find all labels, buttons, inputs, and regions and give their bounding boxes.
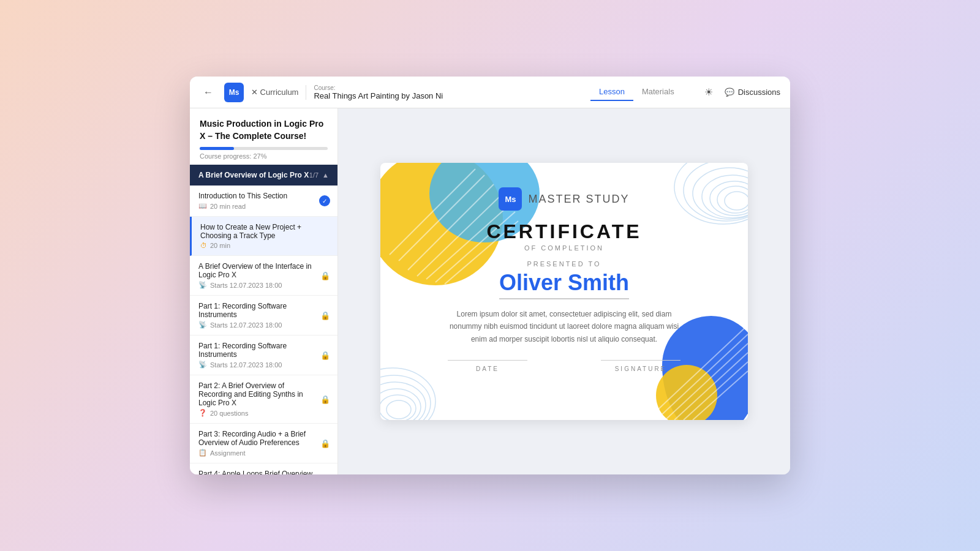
header-tabs: Lesson Materials xyxy=(590,83,683,101)
sidebar-title-area: Music Production in Logic Pro X – The Co… xyxy=(190,108,337,165)
lesson-lock: 🔒 xyxy=(320,270,330,281)
lesson-meta-text: 20 min xyxy=(210,242,230,249)
lesson-lock: 🔒 xyxy=(320,350,330,361)
brightness-button[interactable]: ☀ xyxy=(700,84,717,101)
app-window: ← Ms ✕ Curriculum Course: Real Things Ar… xyxy=(190,77,790,474)
lesson-meta: 📖 20 min read xyxy=(198,202,329,210)
cert-title: CERTIFICATE xyxy=(486,220,641,243)
lesson-meta-text: Assignment xyxy=(210,449,245,457)
svg-point-21 xyxy=(380,375,431,420)
content-area: Ms MASTER STUDY CERTIFICATE OF COMPLETIO… xyxy=(338,108,790,474)
discussions-button[interactable]: 💬 Discussions xyxy=(725,88,780,97)
lesson-item[interactable]: Part 1: Recording Software Instruments 📡… xyxy=(190,296,337,335)
cert-brand-light: STUDY xyxy=(586,193,630,205)
header-divider xyxy=(306,85,306,100)
cert-subtitle: OF COMPLETION xyxy=(524,244,604,252)
cert-date-line xyxy=(448,360,527,361)
lesson-meta-text: 20 min read xyxy=(210,203,246,210)
lesson-meta: 📋 Assignment xyxy=(198,449,329,457)
lesson-meta: 📡 Starts 12.07.2023 18:00 xyxy=(198,361,329,369)
progress-bar-container xyxy=(200,147,328,150)
lesson-item[interactable]: Part 3: Recording Audio + a Brief Overvi… xyxy=(190,424,337,463)
lesson-meta-text: Starts 12.07.2023 18:00 xyxy=(210,361,282,369)
lock-icon: 🔒 xyxy=(320,395,330,404)
cert-presented-label: PRESENTED TO xyxy=(527,260,601,268)
svg-point-24 xyxy=(380,395,416,420)
svg-point-23 xyxy=(380,389,421,420)
sidebar-lessons: Introduction to This Section 📖 20 min re… xyxy=(190,186,337,474)
lesson-title: Introduction to This Section xyxy=(198,192,329,200)
sidebar: Music Production in Logic Pro X – The Co… xyxy=(190,108,338,474)
lesson-meta-text: 20 questions xyxy=(210,410,248,417)
close-curriculum-button[interactable]: ✕ Curriculum xyxy=(251,88,298,97)
lesson-item[interactable]: Part 1: Recording Software Instruments 📡… xyxy=(190,335,337,375)
cert-signature-item: SIGNATURE xyxy=(601,360,680,372)
svg-point-22 xyxy=(380,382,426,420)
sidebar-section-meta: 1/7 ▲ xyxy=(309,171,329,179)
lesson-meta-icon: ❓ xyxy=(198,409,207,417)
lesson-item[interactable]: Part 4: Apple Loops Brief Overview – Add… xyxy=(190,463,337,474)
cert-date-item: DATE xyxy=(448,360,527,372)
lesson-meta: 📡 Starts 12.07.2023 18:00 xyxy=(198,281,329,289)
lock-icon: 🔒 xyxy=(320,311,330,320)
lesson-title: Part 3: Recording Audio + a Brief Overvi… xyxy=(198,430,329,447)
cert-date-label: DATE xyxy=(476,365,499,372)
lesson-title: A Brief Overview of the Interface in Log… xyxy=(198,262,329,279)
lesson-meta-icon: 📡 xyxy=(198,321,207,329)
cert-body-text: Lorem ipsum dolor sit amet, consectetuer… xyxy=(448,308,680,345)
lesson-meta: ❓ 20 questions xyxy=(198,409,329,417)
lesson-meta-text: Starts 12.07.2023 18:00 xyxy=(210,282,282,289)
lesson-meta-icon: 📋 xyxy=(198,449,207,457)
lesson-title: Part 2: A Brief Overview of Recording an… xyxy=(198,381,329,407)
cert-signature-label: SIGNATURE xyxy=(615,365,667,372)
lesson-check: ✓ xyxy=(319,195,330,206)
lock-icon: 🔒 xyxy=(320,439,330,448)
cert-logo-area: Ms MASTER STUDY xyxy=(499,187,629,211)
lesson-title: How to Create a New Project + Choosing a… xyxy=(200,223,329,240)
sidebar-course-title: Music Production in Logic Pro X – The Co… xyxy=(200,118,328,142)
sidebar-section-title: A Brief Overview of Logic Pro X xyxy=(198,171,309,179)
cert-footer: DATE SIGNATURE xyxy=(411,360,717,372)
lesson-meta: ⏱ 20 min xyxy=(200,242,329,249)
header-actions: ☀ 💬 Discussions xyxy=(700,84,780,101)
cert-logo: Ms xyxy=(499,187,522,211)
course-label: Course: xyxy=(314,84,443,91)
svg-point-25 xyxy=(386,400,411,419)
lesson-item[interactable]: Introduction to This Section 📖 20 min re… xyxy=(190,186,337,217)
lesson-title: Part 1: Recording Software Instruments xyxy=(198,342,329,359)
back-button[interactable]: ← xyxy=(200,84,217,101)
course-title-header: Real Things Art Painting by Jason Ni xyxy=(314,91,443,100)
discussions-icon: 💬 xyxy=(725,88,734,97)
lesson-meta-text: Starts 12.07.2023 18:00 xyxy=(210,321,282,329)
lock-icon: 🔒 xyxy=(320,271,330,280)
svg-point-13 xyxy=(725,192,748,210)
lesson-meta-icon: 📡 xyxy=(198,361,207,369)
lesson-item[interactable]: How to Create a New Project + Choosing a… xyxy=(190,217,337,256)
lesson-lock: 🔒 xyxy=(320,310,330,321)
tab-materials[interactable]: Materials xyxy=(633,83,683,101)
cert-brand-bold: MASTER xyxy=(528,193,581,205)
check-circle: ✓ xyxy=(319,195,330,206)
svg-point-20 xyxy=(380,368,435,420)
cert-recipient-name: Oliver Smith xyxy=(499,270,629,299)
tab-lesson[interactable]: Lesson xyxy=(590,83,633,101)
progress-bar-fill xyxy=(200,147,234,150)
lesson-item[interactable]: A Brief Overview of the Interface in Log… xyxy=(190,256,337,296)
sidebar-section-header[interactable]: A Brief Overview of Logic Pro X 1/7 ▲ xyxy=(190,165,337,186)
lock-icon: 🔒 xyxy=(320,351,330,360)
lesson-lock: 🔒 xyxy=(320,394,330,405)
lesson-title: Part 4: Apple Loops Brief Overview – Add… xyxy=(198,470,329,474)
header: ← Ms ✕ Curriculum Course: Real Things Ar… xyxy=(190,77,790,108)
lesson-meta-icon: 📖 xyxy=(198,202,207,210)
svg-point-12 xyxy=(717,186,748,213)
lesson-item[interactable]: Part 2: A Brief Overview of Recording an… xyxy=(190,375,337,424)
section-count: 1/7 xyxy=(309,171,318,179)
lesson-meta-icon: 📡 xyxy=(198,281,207,289)
progress-label: Course progress: 27% xyxy=(200,152,328,160)
svg-line-18 xyxy=(693,371,748,420)
deco-yellow-br xyxy=(656,365,717,420)
course-info: Course: Real Things Art Painting by Jaso… xyxy=(314,84,443,100)
logo: Ms xyxy=(224,83,244,102)
cert-signature-line xyxy=(601,360,680,361)
lesson-title: Part 1: Recording Software Instruments xyxy=(198,302,329,319)
